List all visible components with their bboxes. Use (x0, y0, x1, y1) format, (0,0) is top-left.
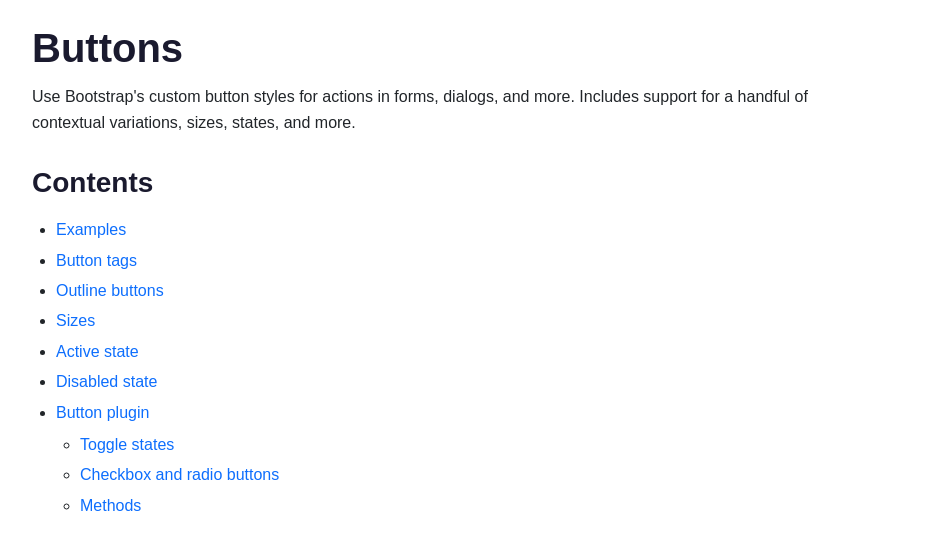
list-item: Methods (80, 491, 915, 521)
contents-list: Examples Button tags Outline buttons Siz… (32, 215, 915, 521)
link-sizes[interactable]: Sizes (56, 312, 95, 329)
list-item: Toggle states (80, 430, 915, 460)
link-disabled-state[interactable]: Disabled state (56, 373, 157, 390)
list-item: Checkbox and radio buttons (80, 460, 915, 490)
page-title: Buttons (32, 24, 915, 72)
list-item: Active state (56, 337, 915, 367)
list-item: Examples (56, 215, 915, 245)
list-item: Outline buttons (56, 276, 915, 306)
list-item: Disabled state (56, 367, 915, 397)
link-active-state[interactable]: Active state (56, 343, 139, 360)
link-methods[interactable]: Methods (80, 497, 141, 514)
list-item: Button plugin Toggle states Checkbox and… (56, 398, 915, 522)
list-item: Sizes (56, 306, 915, 336)
list-item: Button tags (56, 246, 915, 276)
page-description: Use Bootstrap's custom button styles for… (32, 84, 882, 135)
link-examples[interactable]: Examples (56, 221, 126, 238)
link-outline-buttons[interactable]: Outline buttons (56, 282, 164, 299)
link-toggle-states[interactable]: Toggle states (80, 436, 174, 453)
link-checkbox-radio[interactable]: Checkbox and radio buttons (80, 466, 279, 483)
link-button-tags[interactable]: Button tags (56, 252, 137, 269)
contents-heading: Contents (32, 167, 915, 199)
link-button-plugin[interactable]: Button plugin (56, 404, 149, 421)
nested-list: Toggle states Checkbox and radio buttons… (56, 430, 915, 521)
